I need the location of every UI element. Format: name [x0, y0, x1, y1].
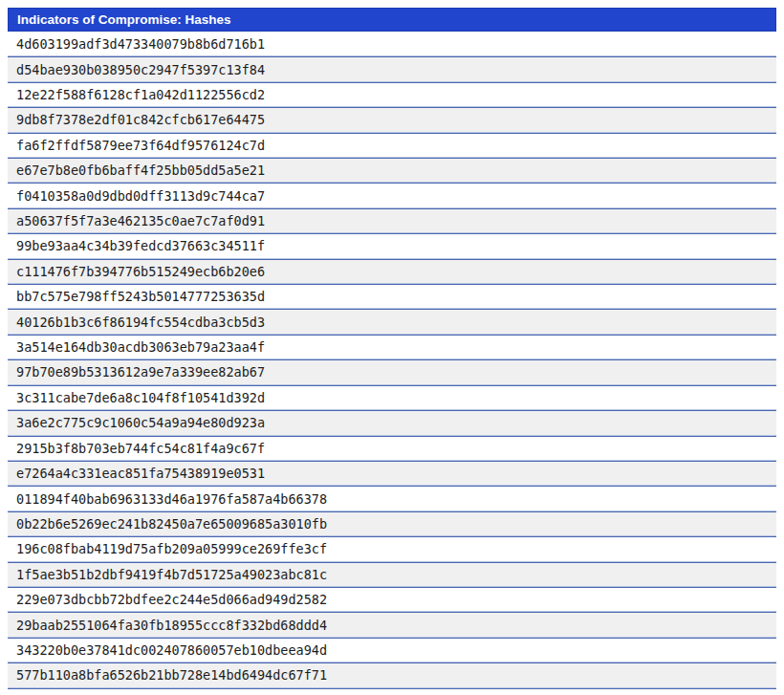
hash-cell: 577b110a8bfa6526b21bb728e14bd6494dc67f71: [16, 667, 327, 683]
table-row: 2915b3f8b703eb744fc54c81f4a9c67f: [8, 436, 776, 461]
table-row: 12e22f588f6128cf1a042d1122556cd2: [8, 82, 776, 107]
hash-cell: 3a6e2c775c9c1060c54a9a94e80d923a: [16, 415, 265, 430]
table-row: 4d603199adf3d473340079b8b6d716b1: [8, 32, 776, 56]
ioc-table: Indicators of Compromise: Hashes 4d60319…: [8, 8, 776, 689]
table-row: 40126b1b3c6f86194fc554cdba3cb5d3: [8, 309, 776, 334]
table-row: e7264a4c331eac851fa75438919e0531: [8, 461, 776, 486]
hash-cell: 196c08fbab4119d75afb209a05999ce269ffe3cf: [16, 541, 327, 556]
hash-cell: 9db8f7378e2df01c842cfcb617e64475: [16, 112, 265, 127]
table-row: 9db8f7378e2df01c842cfcb617e64475: [8, 107, 776, 132]
table-row: 196c08fbab4119d75afb209a05999ce269ffe3cf: [8, 536, 776, 561]
table-row: 29baab2551064fa30fb18955ccc8f332bd68ddd4: [8, 612, 776, 637]
table-row: 97b70e89b5313612a9e7a339ee82ab67: [8, 359, 776, 384]
hash-cell: 011894f40bab6963133d46a1976fa587a4b66378: [16, 491, 327, 507]
hash-cell: 3a514e164db30acdb3063eb79a23aa4f: [16, 339, 265, 355]
table-row: e67e7b8e0fb6baff4f25bb05dd5a5e21: [8, 158, 776, 183]
table-row: 343220b0e37841dc002407860057eb10dbeea94d: [8, 638, 776, 662]
table-row: 011894f40bab6963133d46a1976fa587a4b66378: [8, 486, 776, 510]
hash-cell: 343220b0e37841dc002407860057eb10dbeea94d: [16, 642, 327, 658]
hash-cell: a50637f5f7a3e462135c0ae7c7af0d91: [16, 213, 265, 228]
table-row: 99be93aa4c34b39fedcd37663c34511f: [8, 233, 776, 258]
hash-cell: e67e7b8e0fb6baff4f25bb05dd5a5e21: [16, 163, 265, 178]
hash-cell: e7264a4c331eac851fa75438919e0531: [16, 466, 265, 481]
hash-cell: c111476f7b394776b515249ecb6b20e6: [16, 264, 265, 279]
hash-cell: 1f5ae3b51b2dbf9419f4b7d51725a49023abc81c: [16, 567, 327, 582]
hash-cell: fa6f2ffdf5879ee73f64df9576124c7d: [16, 138, 265, 153]
hash-cell: 97b70e89b5313612a9e7a339ee82ab67: [16, 364, 265, 380]
hash-cell: 29baab2551064fa30fb18955ccc8f332bd68ddd4: [16, 618, 327, 633]
table-row: 0b22b6e5269ec241b82450a7e65009685a3010fb: [8, 511, 776, 536]
table-body: 4d603199adf3d473340079b8b6d716b1 d54bae9…: [8, 32, 776, 689]
table-row: fa6f2ffdf5879ee73f64df9576124c7d: [8, 133, 776, 158]
table-row: 3a6e2c775c9c1060c54a9a94e80d923a: [8, 410, 776, 435]
hash-cell: 3c311cabe7de6a8c104f8f10541d392d: [16, 390, 265, 405]
hash-cell: bb7c575e798ff5243b5014777253635d: [16, 289, 265, 304]
hash-cell: 2915b3f8b703eb744fc54c81f4a9c67f: [16, 441, 265, 456]
table-row: a50637f5f7a3e462135c0ae7c7af0d91: [8, 208, 776, 233]
hash-cell: 40126b1b3c6f86194fc554cdba3cb5d3: [16, 315, 265, 330]
table-row: 3c311cabe7de6a8c104f8f10541d392d: [8, 385, 776, 410]
table-row: bb7c575e798ff5243b5014777253635d: [8, 284, 776, 309]
table-row: 577b110a8bfa6526b21bb728e14bd6494dc67f71: [8, 662, 776, 687]
hash-cell: 4d603199adf3d473340079b8b6d716b1: [16, 36, 265, 52]
hash-cell: 99be93aa4c34b39fedcd37663c34511f: [16, 238, 265, 253]
table-title: Indicators of Compromise: Hashes: [17, 12, 231, 27]
table-row: 3a514e164db30acdb3063eb79a23aa4f: [8, 335, 776, 359]
table-row: d54bae930b038950c2947f5397c13f84: [8, 56, 776, 81]
table-row: 229e073dbcbb72bdfee2c244e5d066ad949d2582: [8, 587, 776, 612]
hash-cell: 12e22f588f6128cf1a042d1122556cd2: [16, 87, 265, 102]
hash-cell: 0b22b6e5269ec241b82450a7e65009685a3010fb: [16, 516, 327, 532]
table-header: Indicators of Compromise: Hashes: [8, 8, 776, 32]
table-row: f0410358a0d9dbd0dff3113d9c744ca7: [8, 183, 776, 207]
hash-cell: 229e073dbcbb72bdfee2c244e5d066ad949d2582: [16, 592, 327, 607]
table-row: c111476f7b394776b515249ecb6b20e6: [8, 259, 776, 284]
hash-cell: d54bae930b038950c2947f5397c13f84: [16, 62, 265, 77]
hash-cell: f0410358a0d9dbd0dff3113d9c744ca7: [16, 188, 265, 204]
table-row: 1f5ae3b51b2dbf9419f4b7d51725a49023abc81c: [8, 562, 776, 587]
